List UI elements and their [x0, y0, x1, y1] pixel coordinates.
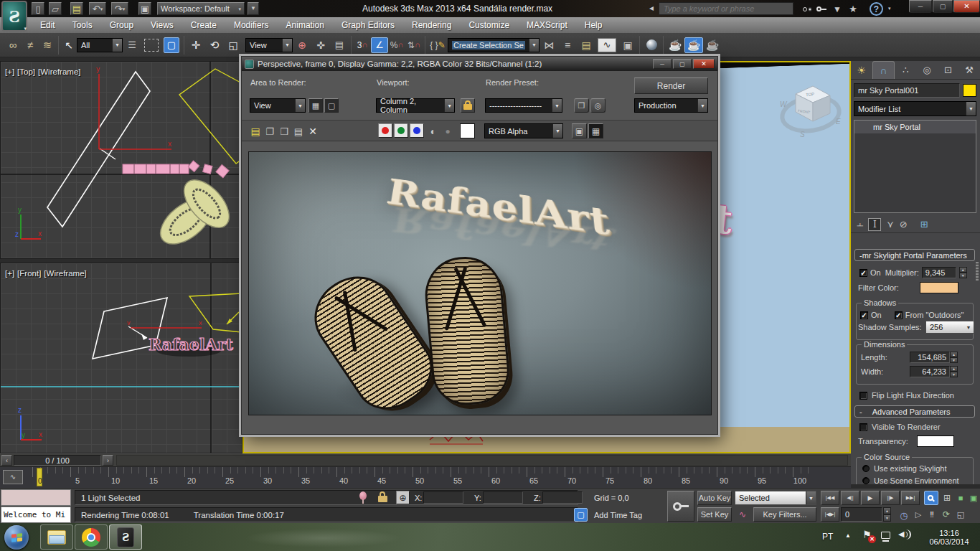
clock[interactable]: 13:16 06/03/2014: [921, 525, 977, 549]
go-to-start-button[interactable]: |◀◀: [821, 491, 839, 505]
pan-walk-icon[interactable]: ‼: [925, 508, 938, 521]
go-to-end-button[interactable]: ▶▶|: [901, 491, 920, 505]
x-coordinate-field[interactable]: [423, 491, 463, 504]
menu-tools[interactable]: Tools: [64, 18, 101, 32]
filter-color-swatch[interactable]: [920, 282, 958, 293]
selection-filter-dropdown[interactable]: All▼: [77, 38, 123, 52]
communication-key-icon[interactable]: [815, 3, 828, 15]
viewport-shading[interactable]: [Wireframe]: [38, 67, 80, 76]
keyboard-override-icon[interactable]: ▤: [330, 40, 349, 50]
set-key-button[interactable]: Set Key: [697, 507, 732, 522]
menu-group[interactable]: Group: [101, 18, 142, 32]
spinner-up-icon[interactable]: ▲: [950, 352, 958, 357]
green-channel-button[interactable]: [394, 123, 408, 138]
percent-snap-icon[interactable]: %∩: [388, 41, 405, 50]
search-input[interactable]: [659, 2, 793, 15]
next-frame-button[interactable]: ||▶: [881, 491, 900, 505]
menu-modifiers[interactable]: Modifiers: [225, 18, 278, 32]
viewcube-east-label[interactable]: E: [836, 118, 841, 126]
viewport-front-label[interactable]: [+][Front][Wireframe]: [5, 266, 90, 279]
width-field[interactable]: 64,233: [910, 366, 950, 377]
angle-snap-icon[interactable]: ∠: [371, 37, 388, 53]
zoom-icon[interactable]: [924, 491, 938, 505]
max-logo-button[interactable]: S ▾: [1, 1, 27, 32]
previous-frame-button[interactable]: ◀||: [841, 491, 859, 505]
spinner-down-icon[interactable]: ▼: [883, 514, 891, 522]
clear-image-icon[interactable]: ✕: [306, 125, 319, 138]
search-binoculars-icon[interactable]: [798, 3, 812, 15]
tab-hierarchy-icon[interactable]: ∴: [895, 61, 916, 79]
open-file-button[interactable]: ▱: [49, 2, 62, 15]
spinner-down-icon[interactable]: ▼: [950, 357, 958, 363]
tray-expand-icon[interactable]: ▲: [845, 533, 851, 539]
width-spinner[interactable]: ▲▼: [950, 366, 958, 377]
subscription-icon[interactable]: ▼: [831, 3, 844, 15]
multiplier-field[interactable]: 9,345: [922, 267, 956, 278]
viewport-name[interactable]: [Top]: [17, 67, 35, 76]
selection-region-icon[interactable]: [144, 39, 159, 52]
panel-scroll-handle[interactable]: [976, 262, 979, 281]
project-folder-button[interactable]: ▣: [138, 2, 151, 15]
object-name-field[interactable]: mr Sky Portal001: [854, 83, 960, 98]
select-object-icon[interactable]: ↖: [61, 40, 77, 50]
menu-create[interactable]: Create: [182, 18, 225, 32]
transparency-swatch[interactable]: [917, 435, 954, 447]
toggle-set-key-mode-button[interactable]: [667, 491, 694, 522]
taskbar-3dsmax-button[interactable]: S: [109, 524, 142, 550]
select-and-scale-icon[interactable]: ◱: [224, 40, 242, 50]
image-window-button[interactable]: ▦: [588, 123, 603, 138]
menu-edit[interactable]: Edit: [32, 18, 64, 32]
select-and-link-icon[interactable]: ∞: [4, 39, 22, 50]
viewport-top[interactable]: y x y x z [+][Top][Wireframe]: [0, 61, 242, 259]
help-icon[interactable]: ?: [870, 2, 883, 16]
search-back-icon[interactable]: ◂: [649, 4, 654, 12]
render-setup-button[interactable]: ❐: [574, 98, 589, 113]
viewport-menu-plus[interactable]: [+]: [5, 67, 14, 76]
render-window-titlebar[interactable]: Perspective, frame 0, Display Gamma: 2,2…: [242, 57, 717, 71]
render-close-button[interactable]: ✕: [693, 59, 715, 69]
previous-frame-slider-button[interactable]: ‹: [1, 455, 12, 466]
rendered-image[interactable]: RafaelArt RafaelArt: [248, 151, 712, 415]
named-selection-set-dropdown[interactable]: Create Selection Se▼: [448, 38, 540, 52]
default-tangent-icon[interactable]: ∿: [736, 509, 749, 520]
minimize-button[interactable]: ─: [909, 0, 932, 13]
action-center-icon[interactable]: ⚑✕: [862, 529, 872, 540]
time-slider-handle[interactable]: 0 / 100: [14, 455, 101, 466]
make-unique-icon[interactable]: ⋎: [887, 220, 894, 229]
modifier-list-dropdown[interactable]: Modifier List▼: [854, 101, 976, 116]
window-crossing-icon[interactable]: ▢: [164, 37, 179, 53]
show-end-result-icon[interactable]: I: [868, 218, 881, 231]
render-setup-icon[interactable]: ☕: [666, 39, 684, 50]
viewcube-south-label[interactable]: S: [800, 131, 805, 138]
length-spinner[interactable]: ▲▼: [950, 352, 958, 363]
absolute-mode-icon[interactable]: ⊕: [396, 491, 410, 504]
visible-to-renderer-checkbox[interactable]: [859, 423, 867, 431]
rollout-advanced-params[interactable]: -Advanced Parameters: [854, 405, 975, 418]
time-tag-cube-icon[interactable]: ▢: [574, 508, 588, 522]
add-time-tag[interactable]: Add Time Tag: [594, 511, 642, 519]
network-icon[interactable]: [881, 532, 894, 542]
spinner-down-icon[interactable]: ▼: [950, 372, 958, 377]
menu-customize[interactable]: Customize: [460, 18, 518, 32]
use-pivot-center-icon[interactable]: ⊕: [293, 40, 311, 50]
maximize-viewport-toggle-icon[interactable]: ◱: [954, 508, 967, 521]
zoom-all-icon[interactable]: ⊞: [940, 491, 954, 505]
time-slider-track[interactable]: [116, 455, 848, 466]
multiplier-spinner[interactable]: ▲▼: [959, 267, 967, 278]
spinner-up-icon[interactable]: ▲: [883, 507, 891, 514]
bind-to-space-warp-icon[interactable]: ≋: [39, 39, 56, 50]
taskbar-explorer-button[interactable]: [40, 524, 73, 550]
rendered-frame-window[interactable]: Perspective, frame 0, Display Gamma: 2,2…: [241, 56, 718, 435]
key-mode-dropdown[interactable]: Selected▼: [735, 491, 816, 505]
spinner-down-icon[interactable]: ▼: [959, 273, 967, 278]
channel-display-dropdown[interactable]: RGB Alpha▼: [484, 123, 563, 138]
auto-region-button[interactable]: ▢: [324, 98, 339, 113]
isolate-selection-icon[interactable]: [357, 491, 369, 504]
render-minimize-button[interactable]: ─: [653, 59, 672, 69]
menu-views[interactable]: Views: [142, 18, 182, 32]
from-outdoors-checkbox[interactable]: ✓: [895, 311, 903, 319]
save-image-icon[interactable]: ▤: [249, 125, 262, 138]
print-image-icon[interactable]: ▤: [292, 125, 305, 138]
maximize-button[interactable]: ▢: [933, 0, 953, 13]
render-production-icon[interactable]: ☕: [703, 39, 722, 50]
